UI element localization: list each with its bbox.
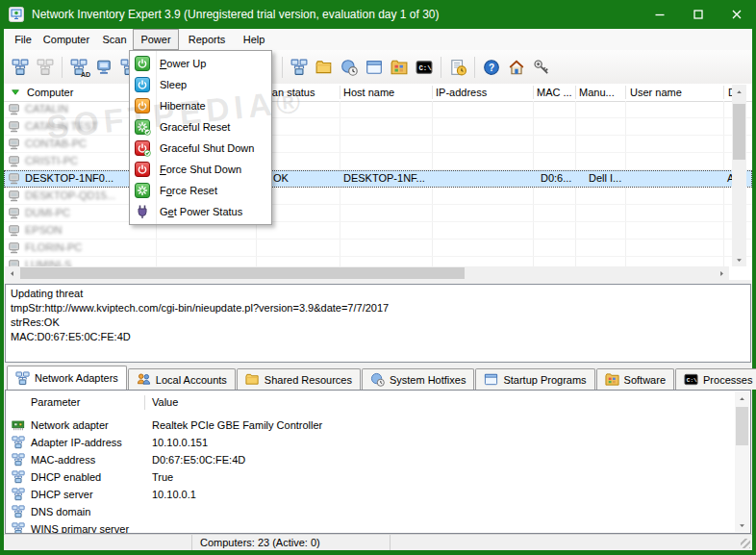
- details-column-parameter[interactable]: Parameter: [31, 393, 80, 411]
- details-row[interactable]: Network adapter Realtek PCIe GBE Family …: [6, 416, 735, 434]
- tab-label: Local Accounts: [156, 374, 227, 386]
- column-divider[interactable]: [625, 86, 626, 99]
- details-column-value[interactable]: Value: [152, 393, 178, 411]
- column-computer[interactable]: Computer: [27, 84, 73, 101]
- system-hotfixes-button[interactable]: [337, 55, 362, 80]
- close-button[interactable]: [718, 0, 756, 29]
- add-single-computer-button[interactable]: [91, 55, 116, 80]
- details-row[interactable]: WINS primary server: [6, 520, 735, 533]
- menu-item-get-power-status[interactable]: Get Power Status: [130, 201, 271, 222]
- menu-item-hibernate[interactable]: Hibernate: [130, 95, 271, 116]
- menu-computer[interactable]: Computer: [37, 29, 96, 50]
- tab-shared-resources[interactable]: Shared Resources: [237, 368, 361, 390]
- host-name-value: DESKTOP-1NF...: [343, 170, 425, 187]
- table-row[interactable]: CATALIN TEST: [4, 118, 752, 136]
- maximize-button[interactable]: [679, 0, 718, 29]
- column-divider[interactable]: [575, 86, 576, 99]
- menu-item-sleep[interactable]: Sleep: [130, 74, 271, 95]
- scroll-up-arrow[interactable]: [732, 85, 746, 98]
- arrow-left-icon: [7, 268, 17, 279]
- table-row[interactable]: CONTAB-PC: [4, 136, 752, 153]
- network-view-button[interactable]: [287, 55, 312, 80]
- software-button[interactable]: [387, 55, 412, 80]
- tab-local-accounts[interactable]: Local Accounts: [128, 368, 236, 390]
- processes-icon: [416, 59, 433, 76]
- menu-item-power-up[interactable]: Power Up: [130, 53, 271, 74]
- table-row[interactable]: DUMI-PC: [4, 205, 752, 222]
- table-row[interactable]: EPSON: [4, 222, 752, 240]
- add-computers-button[interactable]: [8, 55, 33, 80]
- arrow-down-icon: [734, 255, 744, 265]
- scroll-thumb[interactable]: [733, 104, 745, 160]
- details-row[interactable]: DNS domain: [6, 503, 735, 520]
- resize-grip[interactable]: [741, 539, 750, 548]
- column-divider[interactable]: [533, 86, 534, 99]
- home-button[interactable]: [504, 55, 529, 80]
- column-manufacturer[interactable]: Manu...: [579, 84, 615, 101]
- menu-scan[interactable]: Scan: [96, 29, 133, 50]
- menu-item-graceful-shut-down[interactable]: Graceful Shut Down: [130, 138, 271, 159]
- column-divider[interactable]: [144, 395, 145, 410]
- tab-system-hotfixes[interactable]: System Hotfixes: [362, 368, 474, 390]
- tab-network-adapters[interactable]: Network Adapters: [7, 366, 127, 390]
- table-row[interactable]: LUMINI-S: [4, 257, 752, 266]
- tab-processes[interactable]: Processes: [675, 368, 756, 390]
- parameter-value: Realtek PCIe GBE Family Controller: [152, 416, 322, 434]
- column-divider[interactable]: [340, 86, 340, 99]
- parameter-name: DNS domain: [31, 503, 90, 520]
- menu-item-graceful-reset[interactable]: Graceful Reset: [130, 116, 271, 138]
- tab-software[interactable]: Software: [596, 368, 674, 390]
- processes-button[interactable]: [412, 55, 437, 80]
- details-row[interactable]: DHCP enabled True: [6, 468, 735, 486]
- tab-startup-programs[interactable]: Startup Programs: [475, 368, 594, 390]
- column-user-name[interactable]: User name: [630, 84, 682, 101]
- table-row[interactable]: CRISTI-PC: [4, 153, 752, 170]
- scroll-thumb[interactable]: [20, 267, 465, 279]
- close-icon: [729, 7, 744, 22]
- table-row[interactable]: DESKTOP-QD15...: [4, 188, 752, 205]
- startup-programs-button[interactable]: [362, 55, 387, 80]
- adapter-icon: [12, 418, 25, 432]
- status-panel-left: [4, 535, 192, 550]
- help-button[interactable]: [479, 55, 504, 80]
- column-divider[interactable]: [723, 86, 724, 99]
- toolbar-separator: [441, 57, 441, 78]
- computer-name: CATALIN: [25, 101, 68, 117]
- scroll-left-arrow[interactable]: [5, 266, 19, 280]
- details-row[interactable]: MAC-address D0:67:E5:0C:FE:4D: [6, 451, 735, 468]
- toolbar-separator: [474, 57, 475, 78]
- report-icon: [449, 59, 466, 76]
- scan-active-directory-button[interactable]: AD: [66, 55, 91, 80]
- menu-item-force-shut-down[interactable]: Force Shut Down: [130, 159, 271, 180]
- table-row[interactable]: FLORIN-PC: [4, 240, 752, 257]
- license-key-button[interactable]: [529, 55, 554, 80]
- menu-file[interactable]: File: [10, 29, 37, 50]
- menu-help[interactable]: Help: [235, 29, 273, 50]
- menu-reports[interactable]: Reports: [179, 29, 235, 50]
- menu-bar: File Computer Scan Power Reports Help: [4, 29, 752, 51]
- scroll-thumb[interactable]: [736, 407, 748, 445]
- menu-item-force-reset[interactable]: Force Reset: [130, 180, 271, 201]
- table-row[interactable]: CATALIN: [4, 101, 752, 118]
- minimize-button[interactable]: [641, 0, 679, 29]
- scroll-down-arrow[interactable]: [735, 518, 749, 532]
- scroll-right-arrow[interactable]: [715, 266, 729, 280]
- list-horizontal-scrollbar[interactable]: [5, 266, 729, 280]
- table-row-selected[interactable]: DESKTOP-1NF0... OK DESKTOP-1NF... D0:6..…: [4, 170, 752, 188]
- column-mac[interactable]: MAC ...: [537, 84, 572, 101]
- column-ip-address[interactable]: IP-address: [436, 84, 487, 101]
- column-divider[interactable]: [432, 86, 433, 99]
- shared-resources-button[interactable]: [312, 55, 337, 80]
- details-row[interactable]: DHCP server 10.10.0.1: [6, 486, 735, 503]
- scroll-up-arrow[interactable]: [735, 391, 749, 405]
- menu-power[interactable]: Power: [133, 29, 179, 50]
- parameter-name: Network adapter: [31, 416, 109, 434]
- report-button[interactable]: [445, 55, 470, 80]
- computer-icon: [8, 103, 21, 116]
- column-host-name[interactable]: Host name: [343, 84, 394, 101]
- sleep-icon: [135, 77, 150, 92]
- scroll-down-arrow[interactable]: [732, 253, 746, 266]
- details-row[interactable]: Adapter IP-address 10.10.0.151: [6, 434, 735, 451]
- list-vertical-scrollbar[interactable]: [732, 85, 746, 266]
- details-vertical-scrollbar[interactable]: [735, 391, 749, 532]
